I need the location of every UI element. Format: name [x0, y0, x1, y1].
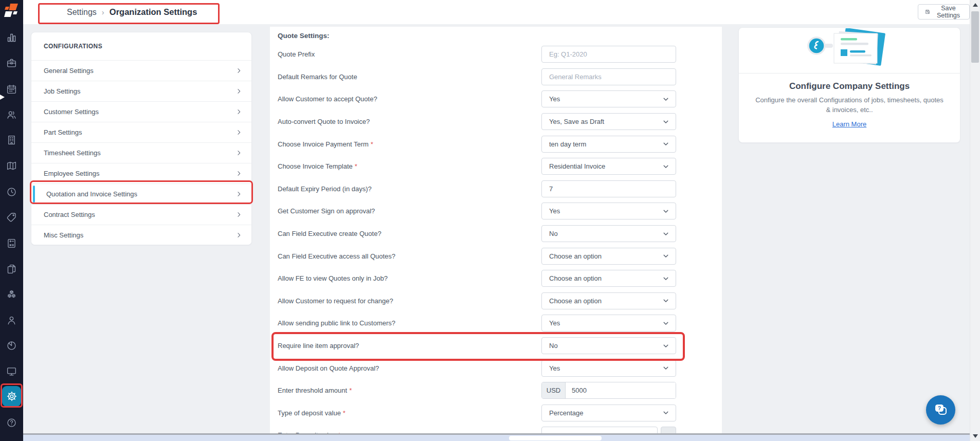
- sidebar-item-jobs[interactable]: [6, 57, 17, 69]
- config-item-timesheet-settings[interactable]: Timesheet Settings: [31, 143, 251, 163]
- sidebar-item-service-area[interactable]: [6, 160, 17, 172]
- auto-convert-quote-select[interactable]: Yes, Save as Draft: [541, 113, 676, 130]
- config-item-general-settings[interactable]: General Settings: [31, 61, 251, 81]
- page-title: Organization Settings: [110, 7, 197, 17]
- learn-more-link[interactable]: Learn More: [739, 120, 960, 128]
- config-item-label: Timesheet Settings: [44, 149, 235, 157]
- suffix-addon: [661, 427, 676, 433]
- config-item-employee-settings[interactable]: Employee Settings: [31, 163, 251, 184]
- sidebar-item-tags[interactable]: [6, 211, 17, 223]
- top-bar: Settings › Organization Settings Save Se…: [23, 0, 970, 24]
- threshold-amount-group: USD: [541, 382, 676, 399]
- help-icon: [6, 417, 17, 428]
- fe-view-quotes-in-job-select[interactable]: Choose an option: [541, 270, 676, 287]
- chevron-down-icon: [662, 118, 669, 125]
- deposit-value-type-select[interactable]: Percentage: [541, 405, 676, 421]
- sidebar-item-users[interactable]: [6, 315, 17, 326]
- chat-question-icon: ?: [933, 402, 949, 418]
- calendar-icon: [6, 84, 17, 95]
- settings-illustration: [739, 28, 960, 74]
- chevron-right-icon: [235, 232, 242, 238]
- currency-addon: USD: [542, 382, 566, 398]
- field-label: Choose Invoice Template*: [278, 162, 541, 170]
- sidebar-item-documents[interactable]: [6, 263, 17, 275]
- deposit-value-input[interactable]: [541, 427, 658, 433]
- save-settings-button[interactable]: Save Settings: [918, 4, 970, 20]
- building-icon: [6, 135, 17, 145]
- zuper-logo-icon: [4, 3, 20, 19]
- config-item-job-settings[interactable]: Job Settings: [31, 81, 251, 102]
- form-rows: Quote Prefix Default Remarks for Quote A…: [270, 43, 722, 433]
- sidebar-item-help[interactable]: [6, 417, 17, 429]
- chevron-down-icon: [662, 140, 669, 148]
- config-item-customer-settings[interactable]: Customer Settings: [31, 102, 251, 122]
- sidebar-item-timesheet[interactable]: [6, 186, 17, 198]
- configurations-title: CONFIGURATIONS: [31, 32, 251, 61]
- config-item-misc-settings[interactable]: Misc Settings: [31, 225, 251, 245]
- public-link-customers-select[interactable]: Yes: [541, 315, 676, 332]
- help-chat-button[interactable]: ?: [926, 395, 955, 425]
- vertical-scrollbar[interactable]: [970, 0, 980, 441]
- scroll-down-arrow-icon[interactable]: [973, 434, 978, 438]
- quote-prefix-input[interactable]: [541, 46, 676, 63]
- vertical-scrollbar-thumb[interactable]: [971, 11, 979, 63]
- config-item-contract-settings[interactable]: Contract Settings: [31, 205, 251, 225]
- config-item-quotation-invoice-settings[interactable]: Quotation and Invoice Settings: [31, 184, 251, 205]
- form-row: Allow Deposit on Quote Approval? Yes: [270, 357, 722, 379]
- sidebar-item-reports[interactable]: [6, 340, 17, 352]
- form-row: Enter Deposit value*: [270, 424, 722, 433]
- selected-value: ten day term: [549, 140, 662, 148]
- fe-create-quote-select[interactable]: No: [541, 225, 676, 242]
- horizontal-scrollbar[interactable]: [23, 435, 970, 441]
- threshold-amount-input[interactable]: [566, 382, 676, 398]
- calculator-icon: [6, 238, 17, 249]
- line-item-approval-select[interactable]: No: [541, 337, 676, 354]
- sidebar-item-devices[interactable]: [6, 365, 17, 377]
- gear-icon: [6, 391, 17, 402]
- app-logo[interactable]: [4, 3, 20, 19]
- config-item-part-settings[interactable]: Part Settings: [31, 122, 251, 143]
- card-title: Configure Company Settings: [739, 81, 960, 91]
- chevron-right-icon: [235, 108, 242, 115]
- sidebar-item-organization[interactable]: [6, 134, 17, 146]
- default-expiry-input[interactable]: [541, 180, 676, 197]
- selected-value: Yes: [549, 364, 662, 372]
- monitor-icon: [6, 366, 17, 377]
- form-row: Can Field Executive access all Quotes? C…: [270, 245, 722, 267]
- fe-access-all-quotes-select[interactable]: Choose an option: [541, 248, 676, 265]
- app-sidebar: [0, 0, 23, 441]
- horizontal-scrollbar-thumb[interactable]: [509, 436, 602, 440]
- organization-settings-page: Settings › Organization Settings Save Se…: [0, 0, 980, 441]
- deposit-value-group: [541, 427, 676, 433]
- form-row: Allow Customer to request for change? Ch…: [270, 290, 722, 313]
- field-label: Allow FE to view Quotes only in Job?: [278, 274, 541, 282]
- chevron-down-icon: [662, 208, 669, 215]
- default-remarks-input[interactable]: [541, 68, 676, 85]
- scroll-up-arrow-icon[interactable]: [973, 3, 978, 7]
- customer-sign-approval-select[interactable]: Yes: [541, 203, 676, 219]
- sidebar-item-customers[interactable]: [6, 109, 17, 121]
- chevron-right-icon: [235, 170, 242, 177]
- sidebar-item-estimates[interactable]: [6, 237, 17, 249]
- form-row: Choose Invoice Payment Term* ten day ter…: [270, 133, 722, 155]
- clock-icon: [6, 187, 17, 197]
- form-row: Default Expiry Period (in days)?: [270, 178, 722, 200]
- config-item-label: Contract Settings: [44, 211, 235, 218]
- documents-icon: [6, 264, 17, 274]
- sidebar-item-settings-active[interactable]: [2, 386, 21, 407]
- selected-value: Choose an option: [549, 252, 662, 260]
- sidebar-item-parts[interactable]: [6, 289, 17, 301]
- invoice-template-select[interactable]: Residential Invoice: [541, 158, 676, 175]
- invoice-payment-term-select[interactable]: ten day term: [541, 136, 676, 153]
- save-icon: [925, 8, 930, 15]
- allow-customer-accept-select[interactable]: Yes: [541, 90, 676, 107]
- users-icon: [6, 109, 17, 120]
- customer-request-change-select[interactable]: Choose an option: [541, 292, 676, 309]
- sidebar-item-calendar[interactable]: [6, 83, 17, 95]
- field-label: Can Field Executive access all Quotes?: [278, 252, 541, 260]
- breadcrumb-settings[interactable]: Settings: [67, 8, 97, 17]
- sidebar-item-analytics[interactable]: [6, 32, 17, 44]
- selected-value: Yes: [549, 319, 662, 327]
- deposit-on-approval-select[interactable]: Yes: [541, 360, 676, 377]
- selected-value: Choose an option: [549, 274, 662, 282]
